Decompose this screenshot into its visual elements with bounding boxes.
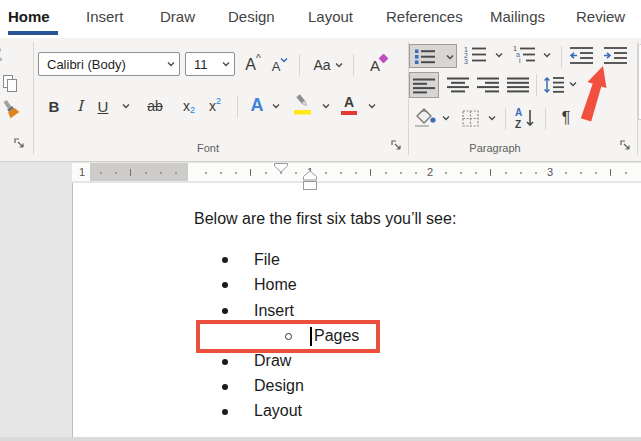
borders-button[interactable] [462,110,480,128]
change-case-button[interactable]: Aa [306,52,350,78]
underline-chevron-icon[interactable] [122,104,130,109]
list-item: Insert [254,301,294,321]
chevron-down-icon [167,62,175,67]
copy-icon[interactable] [2,74,19,94]
horizontal-ruler: 1 1 2 3 [0,163,641,183]
text-cursor [310,327,312,346]
paragraph-group-label: Paragraph [410,142,580,154]
line-spacing-chevron-icon[interactable] [569,82,577,87]
justify-button[interactable] [507,77,531,93]
increase-indent-button[interactable] [603,46,629,65]
ruler-ticks [0,163,641,181]
ruler-number: 3 [547,166,553,178]
text-effects-button[interactable]: A [244,92,270,118]
line-spacing-button[interactable] [543,76,565,94]
paragraph-dialog-launcher-icon[interactable] [620,140,631,151]
first-line-indent-marker[interactable] [274,163,289,173]
shrink-font-button[interactable]: A [268,54,292,78]
tab-layout[interactable]: Layout [308,8,353,25]
ruler-tick [145,172,147,174]
align-center-button[interactable] [447,77,471,93]
ruler-tick [130,169,131,176]
ruler-tick [460,172,462,174]
list-item: File [254,250,280,270]
font-color-bar [341,111,357,115]
multilevel-list-button[interactable]: 1 a i [512,45,538,65]
subscript-small-label: 2 [190,105,195,115]
borders-chevron-icon[interactable] [488,116,496,121]
document-page[interactable]: Below are the first six tabs you’ll see:… [72,183,641,437]
ruler-tick [205,172,207,174]
tab-mailings[interactable]: Mailings [490,8,545,25]
ruler-tick [475,172,477,174]
cut-scissors-icon[interactable]: ✂ [0,47,9,61]
superscript-button[interactable]: x 2 [204,94,226,118]
tab-insert[interactable]: Insert [86,8,124,25]
format-painter-icon[interactable] [0,98,24,124]
hanging-indent-marker[interactable] [303,171,318,191]
clipboard-group: ✂ [0,38,33,161]
ruler-tick [235,172,237,174]
text-effects-chevron-icon[interactable] [272,104,280,109]
strikethrough-button[interactable]: ab [142,94,168,118]
ruler-tick [595,172,597,174]
font-name-combobox[interactable]: Calibri (Body) [38,52,180,76]
font-color-chevron-icon[interactable] [368,104,376,109]
font-size-combobox[interactable]: 11 [185,52,235,76]
tab-design[interactable]: Design [228,8,275,25]
highlight-chevron-icon[interactable] [322,104,330,109]
ruler-tick [415,172,417,174]
decrease-indent-button[interactable] [569,46,595,65]
numbering-button[interactable]: 1 2 3 [463,45,489,65]
superscript-label: x [209,98,216,114]
bullets-chevron-icon [446,55,454,60]
underline-button[interactable]: U [94,94,112,118]
font-color-button[interactable]: A [338,92,360,118]
strikethrough-label: ab [147,98,163,114]
bullets-button-selected[interactable] [409,44,457,68]
subscript-button[interactable]: x 2 [178,94,200,118]
ruler-tick [250,169,251,176]
superscript-small-label: 2 [216,96,221,106]
italic-button[interactable]: I [72,94,88,118]
sort-button[interactable]: A Z [513,106,537,130]
left-indent-marker [304,182,317,190]
ruler-tick [100,172,102,174]
tab-references[interactable]: References [386,8,463,25]
ruler-tick [535,172,537,174]
text-highlight-button[interactable] [292,94,314,117]
grow-font-label: A [245,56,256,74]
list-item: Design [254,376,304,396]
clipboard-dialog-launcher-icon[interactable] [14,138,25,149]
multilevel-chevron-icon[interactable] [543,53,551,58]
tab-draw[interactable]: Draw [160,8,195,25]
button-separator [545,108,546,130]
bullet-icon [222,308,228,314]
shading-chevron-icon[interactable] [442,116,450,121]
show-hide-pilcrow-button[interactable]: ¶ [555,106,577,130]
active-tab-indicator [8,31,58,35]
button-separator [561,46,562,68]
numbering-chevron-icon[interactable] [495,53,503,58]
align-left-button-selected[interactable] [409,72,439,98]
chevron-down-icon [280,58,288,63]
eraser-icon [379,54,389,64]
ribbon-tab-bar: Home Insert Draw Design Layout Reference… [0,0,641,38]
paragraph-text: Below are the first six tabs you’ll see: [194,209,456,229]
clear-formatting-button[interactable]: A [361,52,389,78]
font-dialog-launcher-icon[interactable] [391,140,402,151]
underline-label: U [98,98,109,115]
list-item-pages: Pages [314,326,359,346]
chevron-down-icon [335,63,343,68]
ruler-tick [265,172,267,174]
highlight-color-bar [294,110,311,115]
ruler-tick [610,169,611,176]
align-right-button[interactable] [477,77,501,93]
shading-button[interactable] [412,106,438,130]
grow-font-button[interactable]: A ^ [240,52,266,78]
ruler-tick [445,172,447,174]
bold-button[interactable]: B [44,94,64,118]
tab-review[interactable]: Review [576,8,625,25]
tab-home[interactable]: Home [8,8,50,25]
ruler-tick [340,172,342,174]
